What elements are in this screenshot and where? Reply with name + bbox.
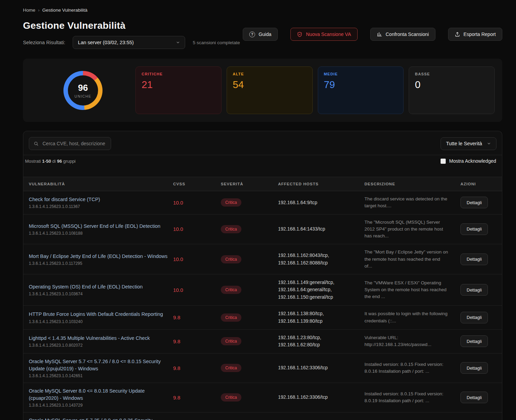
table-row: HTTP Brute Force Logins With Default Cre…	[23, 306, 502, 330]
chevron-down-icon	[176, 40, 180, 45]
scan-selector-label: Seleziona Risultati:	[23, 40, 65, 45]
vulnerability-link[interactable]: Mort Bay / Eclipse Jetty End of Life (EO…	[29, 253, 168, 260]
breadcrumb-current: Gestione Vulnerabilità	[42, 8, 87, 13]
description: It was possible to login with the follow…	[364, 306, 460, 329]
details-button[interactable]: Dettagli	[460, 392, 488, 403]
description: The "VMWare ESX / ESXi" Operating System…	[364, 275, 460, 305]
unique-label: UNICHE	[74, 94, 91, 98]
table-header: VULNERABILITÀ CVSS SEVERITÀ AFFECTED HOS…	[23, 177, 502, 191]
col-severita[interactable]: SEVERITÀ	[221, 177, 278, 191]
description: Installed version: 8.0.15 Fixed version:…	[364, 386, 460, 409]
export-icon	[455, 32, 460, 37]
card-critiche: CRITICHE 21	[135, 66, 221, 114]
severity-badge: Critica	[221, 225, 241, 233]
scan-status-text: 5 scansioni completate	[193, 40, 240, 45]
details-button[interactable]: Dettagli	[460, 284, 488, 296]
cvss-score: 9.8	[173, 334, 221, 349]
vulnerability-link[interactable]: Oracle MySQL Server 8.0 <= 8.0.18 Securi…	[29, 387, 168, 402]
summary-panel: 96 UNICHE CRITICHE 21 ALTE 54 MEDIE 79 B…	[23, 59, 502, 122]
affected-hosts: 192.168.1.162:3306/tcp	[278, 419, 364, 420]
details-button[interactable]: Dettagli	[460, 223, 488, 235]
description: Vulnerable URL: http://192.168.1.23/etc/…	[364, 330, 460, 353]
vulnerability-oid: 1.3.6.1.4.1.25623.1.0.103674	[29, 292, 168, 296]
col-descrizione[interactable]: DESCRIZIONE	[364, 177, 460, 191]
vulnerability-link[interactable]: Oracle MySQL Server 5.7 <= 5.7.26 / 8.0 …	[29, 358, 168, 372]
guida-button[interactable]: ? Guida	[243, 28, 278, 41]
col-cvss[interactable]: CVSS	[173, 177, 221, 191]
vulnerability-oid: 1.3.6.1.4.1.25623.1.0.143729	[29, 403, 168, 408]
breadcrumb-home[interactable]: Home	[23, 8, 35, 13]
header-actions: ? Guida Nuova Scansione VA Co	[243, 28, 502, 41]
vulnerability-link[interactable]: Operating System (OS) End of Life (EOL) …	[29, 283, 168, 291]
details-button[interactable]: Dettagli	[460, 254, 488, 265]
cvss-score: 10.0	[173, 283, 221, 297]
vulnerability-oid: 1.3.6.1.4.1.25623.1.0.142651	[29, 373, 168, 378]
search-icon	[34, 141, 39, 146]
unique-count: 96	[78, 83, 88, 93]
cvss-score: 9.8	[173, 310, 221, 325]
cvss-score: 10.0	[173, 252, 221, 267]
vulnerability-link[interactable]: Lighttpd < 1.4.35 Multiple Vulnerabiliti…	[29, 335, 168, 342]
affected-hosts: 192.168.1.23:80/tcp, 192.168.1.62:80/tcp	[278, 330, 364, 353]
severity-donut-chart: 96 UNICHE	[63, 71, 103, 110]
search-box	[29, 137, 111, 150]
col-affected-hosts[interactable]: AFFECTED HOSTS	[278, 177, 364, 191]
table-row: Lighttpd < 1.4.35 Multiple Vulnerabiliti…	[23, 330, 502, 354]
cvss-score: 9.8	[173, 361, 221, 375]
col-vulnerabilita[interactable]: VULNERABILITÀ	[29, 177, 173, 191]
confronta-scansioni-button[interactable]: Confronta Scansioni	[370, 28, 435, 41]
details-button[interactable]: Dettagli	[460, 362, 488, 374]
affected-hosts: 192.168.1.64:1433/tcp	[278, 221, 364, 237]
severity-badge: Critica	[221, 393, 241, 402]
breadcrumb-separator: ›	[38, 8, 39, 13]
description: The "Microsoft SQL (MSSQL) Server 2012 S…	[364, 214, 460, 244]
table-row: Mort Bay / Eclipse Jetty End of Life (EO…	[23, 244, 502, 274]
acknowledged-checkbox[interactable]	[441, 159, 446, 164]
vulnerability-link[interactable]: HTTP Brute Force Logins With Default Cre…	[29, 311, 168, 318]
vulnerability-oid: 1.3.6.1.4.1.25623.1.0.117295	[29, 261, 168, 266]
severity-badge: Critica	[221, 286, 241, 294]
severity-badge: Critica	[221, 337, 241, 345]
help-icon: ?	[249, 32, 255, 37]
severity-filter-select[interactable]: Tutte le Severità	[441, 137, 496, 150]
search-input[interactable]	[43, 141, 106, 146]
vulnerability-link[interactable]: Check for discard Service (TCP)	[29, 196, 168, 203]
card-alte: ALTE 54	[227, 66, 313, 114]
esporta-report-button[interactable]: Esporta Report	[448, 28, 502, 41]
cvss-score: 10.0	[173, 195, 221, 210]
table-row: Oracle MySQL Server 8.0 <= 8.0.18 Securi…	[23, 383, 502, 412]
affected-hosts: 192.168.1.162:8043/tcp, 192.168.1.162:80…	[278, 247, 364, 271]
description: The discard service was detected on the …	[364, 191, 460, 214]
table-row: Oracle MySQL Server <= 5.7.35 / 8.0 <= 8…	[23, 412, 502, 420]
details-button[interactable]: Dettagli	[460, 335, 488, 347]
vulnerability-oid: 1.3.6.1.4.1.25623.1.0.802072	[29, 343, 168, 348]
show-acknowledged-toggle[interactable]: Mostra Acknowledged	[441, 158, 500, 164]
bar-chart-icon	[377, 32, 382, 37]
scan-result-select[interactable]: Lan server (03/02, 23:55)	[73, 36, 185, 49]
affected-hosts: 192.168.1.162:3306/tcp	[278, 360, 364, 376]
card-basse: BASSE 0	[409, 66, 495, 114]
vulnerability-oid: 1.3.6.1.4.1.25623.1.0.103240	[29, 319, 168, 324]
table-body: Check for discard Service (TCP)1.3.6.1.4…	[23, 191, 502, 420]
affected-hosts: 192.168.1.138:80/tcp, 192.168.1.139:80/t…	[278, 306, 364, 329]
card-medie: MEDIE 79	[318, 66, 404, 114]
vulnerability-oid: 1.3.6.1.4.1.25623.1.0.11367	[29, 204, 168, 209]
chevron-down-icon	[487, 141, 491, 146]
vulnerability-oid: 1.3.6.1.4.1.25623.1.0.108188	[29, 231, 168, 236]
description: Installed version: 8.0.15 Fixed version:…	[364, 357, 460, 380]
vulnerability-link[interactable]: Microsoft SQL (MSSQL) Server End of Life…	[29, 223, 168, 230]
severity-badge: Critica	[221, 255, 241, 263]
details-button[interactable]: Dettagli	[460, 197, 488, 208]
description: Installed version: 8.0.15 Fixed version:…	[364, 416, 460, 420]
vulnerability-link[interactable]: Oracle MySQL Server <= 5.7.35 / 8.0 <= 8…	[29, 417, 168, 420]
severity-badge: Critica	[221, 364, 241, 372]
affected-hosts: 192.168.1.162:3306/tcp	[278, 389, 364, 405]
vulnerability-table-panel: Tutte le Severità Mostrati 1-50 di 96 gr…	[23, 131, 502, 420]
nuova-scansione-button[interactable]: Nuova Scansione VA	[290, 28, 357, 41]
breadcrumb: Home › Gestione Vulnerabilità	[23, 8, 502, 13]
cvss-score: 9.8	[173, 390, 221, 405]
table-row: Check for discard Service (TCP)1.3.6.1.4…	[23, 191, 502, 214]
details-button[interactable]: Dettagli	[460, 312, 488, 323]
severity-badge: Critica	[221, 313, 241, 322]
table-row: Oracle MySQL Server 5.7 <= 5.7.26 / 8.0 …	[23, 354, 502, 383]
